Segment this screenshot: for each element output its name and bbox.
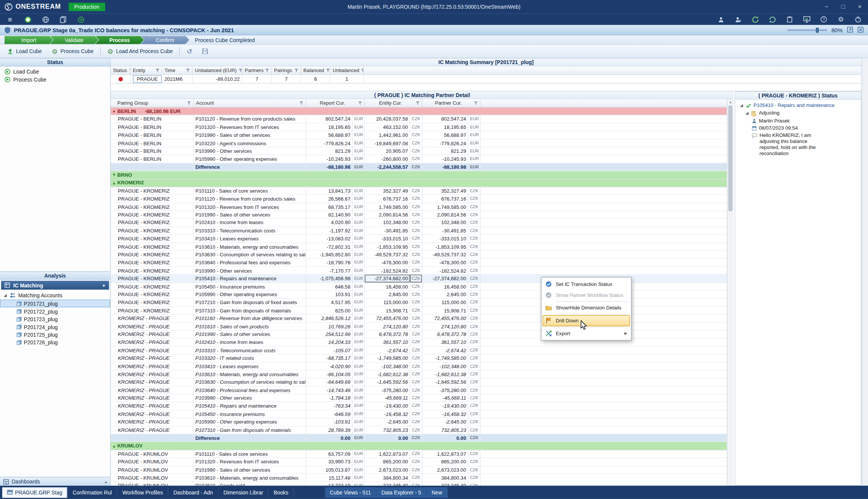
user-settings-icon[interactable] <box>733 15 742 24</box>
bottom-tab-data-explorer-5[interactable]: Data Explorer - 5 <box>376 487 427 497</box>
power-logoff-icon[interactable] <box>854 15 862 24</box>
menu-icon[interactable]: ≡ <box>6 15 14 24</box>
matching-accounts-node[interactable]: Matching Accounts <box>3 291 110 299</box>
detail-row[interactable]: PRAGUE - KRUMLOVP101320 - Revenues from … <box>111 458 727 466</box>
summary-column-header-pairings[interactable]: Pairings <box>272 66 301 74</box>
group-expand-icon[interactable]: ▲ <box>111 109 118 113</box>
group-row-kromeriz[interactable]: ▲KROMERIZ <box>111 179 727 187</box>
summary-column-header-entity[interactable]: Entity <box>131 66 162 74</box>
bottom-tab-new[interactable]: New <box>427 487 448 497</box>
detail-row[interactable]: KROMERIZ - PRAGUEP105410 - Repairs and m… <box>111 402 727 410</box>
detail-column-header-pairing-group[interactable]: Pairing Group <box>111 99 194 107</box>
bottom-tab-books[interactable]: Books <box>269 487 294 497</box>
status-tree-user-node[interactable]: Martin Prasek <box>737 118 859 124</box>
detail-row[interactable]: KROMERIZ - PRAGUEP102410 - Income from l… <box>111 339 727 347</box>
bottom-tab-prague-grp-stag[interactable]: PRAGUE.GRP Stag <box>2 487 68 497</box>
detail-row[interactable]: PRAGUE - KROMERIZP103990 - Other service… <box>111 267 727 275</box>
summary-column-header-balanced[interactable]: Balanced <box>301 66 330 74</box>
detail-row[interactable]: PRAGUE - KRUMLOVP101110 - Sales of core … <box>111 450 727 458</box>
detail-row[interactable]: PRAGUE - KROMERIZP105990 - Other operati… <box>111 291 727 299</box>
filter-funnel-icon[interactable] <box>474 101 478 105</box>
detail-row[interactable]: KROMERIZ - PRAGUEP103320 - IT related co… <box>111 355 727 362</box>
detail-row[interactable]: PRAGUE - KROMERIZP103310 - Telecommunica… <box>111 227 727 235</box>
filter-funnel-icon[interactable] <box>358 101 362 105</box>
zoom-slider[interactable] <box>787 29 827 31</box>
workflow-status-item-process-cube[interactable]: Process Cube <box>0 75 110 83</box>
detail-row[interactable]: KROMERIZ - PRAGUEP103990 - Other service… <box>111 394 727 402</box>
group-row-brno[interactable]: ▼BRNO <box>111 171 727 179</box>
group-row-krumlov[interactable]: ▲KRUMLOV <box>111 442 727 450</box>
group-expand-icon[interactable]: ▲ <box>111 444 118 448</box>
detail-row[interactable]: PRAGUE - BERLINP105990 - Other operating… <box>111 155 727 163</box>
detail-row[interactable]: PRAGUE - KROMERIZP101120 - Revenue from … <box>111 195 727 203</box>
detail-row[interactable]: PRAGUE - KROMERIZP101110 - Sales of core… <box>111 187 727 195</box>
sidebar-account-item-p201721-plug[interactable]: P201721_plug <box>0 300 110 307</box>
filter-funnel-icon[interactable] <box>155 68 159 72</box>
summary-column-header-unbalanced-eur[interactable]: Unbalanced (EUR) <box>193 66 242 74</box>
detail-row[interactable]: PRAGUE - KRUMLOVP102610 - Goods sold13,7… <box>111 482 727 486</box>
entity-cell[interactable]: PRAGUE <box>131 75 162 83</box>
detail-row[interactable]: PRAGUE - KROMERIZP103640 - Professional … <box>111 259 727 267</box>
workflow-step-process[interactable]: Process <box>95 36 144 44</box>
detail-row[interactable]: PRAGUE - KRUMLOVP103610 - Materials, ene… <box>111 474 727 482</box>
sidebar-account-item-p201725-plug[interactable]: P201725_plug <box>0 331 110 338</box>
filter-funnel-icon[interactable] <box>326 68 330 72</box>
detail-row[interactable]: KROMERIZ - PRAGUEP103610 - Materials, en… <box>111 370 727 378</box>
summary-row[interactable]: PRAGUE 2021M6 -89,010.22 7 7 6 1 <box>111 75 861 83</box>
entity-value[interactable]: PRAGUE <box>133 75 162 83</box>
filter-funnel-icon[interactable] <box>416 101 420 105</box>
detail-row[interactable]: PRAGUE - KROMERIZP103630 - Consumption o… <box>111 251 727 259</box>
sidebar-account-item-p201724-plug[interactable]: P201724_plug <box>0 323 110 330</box>
bottom-tab-cube-views-511[interactable]: Cube Views - 511 <box>325 487 376 497</box>
dashboards-bar[interactable]: Dashboards ▴ <box>0 477 110 485</box>
process-cube-button[interactable]: ⚙ Process Cube <box>47 46 98 56</box>
close-panel-icon[interactable] <box>857 26 863 33</box>
load-and-process-cube-button[interactable]: ⚙ Load And Process Cube <box>102 46 178 56</box>
clipboard-icon[interactable] <box>785 15 794 24</box>
record-circle-icon[interactable] <box>23 15 32 24</box>
detail-row[interactable]: PRAGUE - KROMERIZP102410 - Income from l… <box>111 219 727 227</box>
tree-expander-icon[interactable] <box>3 293 7 297</box>
detail-row[interactable]: KROMERIZ - PRAGUEP105990 - Other operati… <box>111 418 727 426</box>
detail-row[interactable]: KROMERIZ - PRAGUEP103310 - Telecommunica… <box>111 347 727 355</box>
detail-row[interactable]: PRAGUE - BERLINP103990 - Other services8… <box>111 147 727 155</box>
group-expand-icon[interactable]: ▲ <box>111 181 118 185</box>
bottom-tab-workflow-profiles[interactable]: Workflow Profiles <box>118 487 169 497</box>
settings-gear-icon[interactable]: ⚙ <box>837 15 845 24</box>
right-scroll-strip[interactable] <box>861 58 868 485</box>
detail-row[interactable]: KROMERIZ - PRAGUEP101160 - Revenue from … <box>111 315 727 323</box>
history-undo-button[interactable]: ↺ <box>182 46 197 56</box>
tree-expander-icon[interactable] <box>745 111 749 115</box>
status-circle-icon[interactable] <box>77 15 85 24</box>
status-tree-date-node[interactable]: 08/07/2023 09:54 <box>737 125 859 131</box>
sync-icon[interactable] <box>768 15 777 24</box>
detail-row[interactable]: PRAGUE - KROMERIZP105410 - Repairs and m… <box>111 275 727 283</box>
status-tree-account-node[interactable]: P105410 - Repairs and maintenance <box>737 102 859 108</box>
detail-row[interactable]: PRAGUE - BERLINP101120 - Revenue from co… <box>111 115 727 123</box>
detail-row[interactable]: KROMERIZ - PRAGUEP105450 - Insurance pre… <box>111 410 727 418</box>
difference-row[interactable]: Difference0.00EUR0.00CZK0.00CZK <box>111 434 727 442</box>
sidebar-account-item-p201723-plug[interactable]: P201723_plug <box>0 315 110 323</box>
workflow-step-validate[interactable]: Validate <box>50 36 99 44</box>
difference-row[interactable]: Difference-88,180.98EUR-2,244,558.57CZK-… <box>111 163 727 171</box>
minimize-button[interactable]: − <box>818 0 835 13</box>
detail-row[interactable]: KROMERIZ - PRAGUEP103410 - Leases expens… <box>111 362 727 370</box>
filter-funnel-icon[interactable] <box>238 68 242 72</box>
detail-column-header-partner-cur[interactable]: Partner Cur. <box>422 99 480 107</box>
filter-funnel-icon[interactable] <box>295 68 298 72</box>
detail-row[interactable]: PRAGUE - KRUMLOVP101990 - Sales of other… <box>111 466 727 474</box>
filter-funnel-icon[interactable] <box>187 101 191 105</box>
filter-funnel-icon[interactable] <box>299 101 303 105</box>
detail-column-header-report-cur[interactable]: Report Cur. <box>306 99 365 107</box>
filter-funnel-icon[interactable] <box>186 68 190 72</box>
workflow-step-confirm[interactable]: Confirm <box>141 36 190 44</box>
detail-row[interactable]: PRAGUE - BERLINP103220 - Agent's commiss… <box>111 139 727 147</box>
panel-collapse-icon[interactable]: ▴ <box>105 479 107 484</box>
group-expand-icon[interactable]: ▼ <box>111 173 118 177</box>
user-icon[interactable] <box>716 15 725 24</box>
help-icon[interactable]: ? <box>819 15 828 24</box>
detail-row[interactable]: PRAGUE - KROMERIZP103410 - Leases expens… <box>111 235 727 243</box>
popout-icon[interactable] <box>847 26 853 33</box>
save-button[interactable] <box>197 46 213 56</box>
status-tree-matchtype-node[interactable]: Adjusting <box>737 110 859 116</box>
